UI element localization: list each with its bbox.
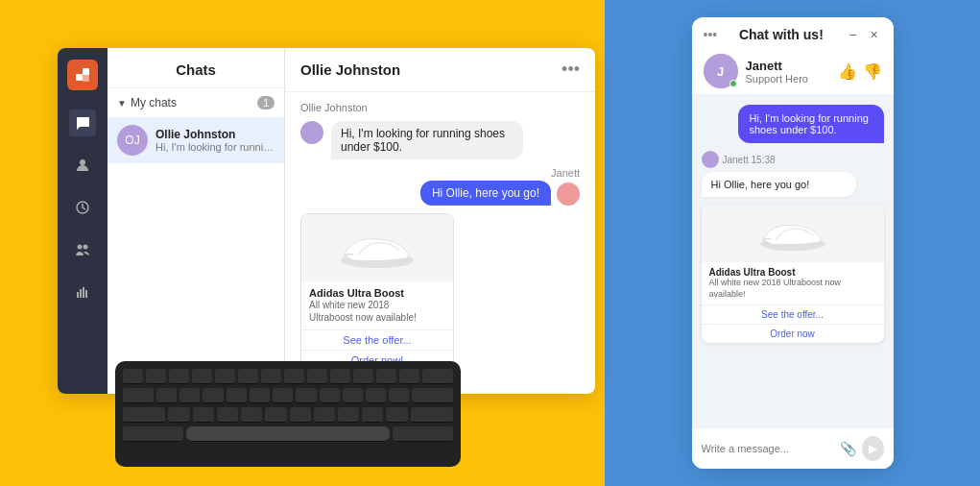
widget-product-image — [702, 205, 884, 262]
key — [376, 369, 396, 384]
widget-shoe-svg — [754, 209, 831, 257]
key — [411, 407, 453, 423]
widget-controls: − × — [845, 27, 881, 42]
chat-main-menu-btn[interactable]: ••• — [562, 60, 580, 80]
widget-topbar: ••• Chat with us! − × — [692, 17, 894, 48]
key — [217, 407, 238, 423]
widget-agent-role: Support Hero — [746, 73, 830, 85]
widget-messages-area: Hi, I'm looking for running shoes under … — [692, 95, 894, 427]
key — [261, 369, 281, 384]
key — [156, 388, 177, 403]
svg-point-3 — [80, 159, 85, 165]
key — [343, 388, 363, 403]
chat-messages-area: Ollie Johnston Hi, I'm looking for runni… — [285, 92, 595, 394]
sidebar-item-team[interactable] — [69, 236, 96, 263]
svg-point-5 — [78, 245, 83, 250]
key — [366, 388, 386, 403]
widget-agent-label-text: Janett 15:38 — [723, 155, 776, 165]
product-card: Adidas Ultra Boost All white new 2018Ult… — [300, 213, 454, 371]
chevron-down-icon: ▼ — [117, 98, 127, 109]
widget-send-btn[interactable]: ▶ — [862, 436, 884, 461]
key — [241, 407, 262, 423]
keyboard-row-1 — [123, 369, 453, 384]
keyboard-row-3 — [123, 407, 453, 423]
my-chats-label: My chats — [131, 96, 253, 109]
key — [338, 407, 359, 423]
key — [123, 388, 154, 403]
key — [123, 369, 143, 384]
widget-agent-info: Janett Support Hero — [746, 59, 830, 85]
key — [412, 388, 452, 403]
outgoing-message: Hi Ollie, here you go! — [420, 181, 580, 206]
widget-menu-dots[interactable]: ••• — [704, 27, 718, 42]
widget-agent-name: Janett — [746, 59, 830, 73]
widget-product-desc: All white new 2018 Ultraboost now availa… — [709, 278, 876, 300]
widget-order-now-link[interactable]: Order now — [702, 324, 884, 343]
widget-message-input[interactable] — [702, 443, 834, 454]
svg-rect-1 — [83, 68, 89, 75]
outgoing-bubble: Hi Ollie, here you go! — [420, 181, 551, 206]
incoming-message: Hi, I'm looking for running shoes under … — [300, 121, 580, 159]
widget-input-bar: 📎 ▶ — [692, 427, 894, 469]
product-info: Adidas Ultra Boost All white new 2018Ult… — [301, 281, 453, 329]
key — [353, 369, 373, 384]
key — [296, 388, 316, 403]
widget-agent-avatar: J — [704, 54, 738, 88]
key — [168, 407, 189, 423]
sidebar-item-history[interactable] — [69, 194, 96, 221]
chat-item-name: Ollie Johnston — [155, 128, 275, 141]
key — [192, 369, 212, 384]
sidebar-item-reports[interactable] — [69, 279, 96, 305]
svg-rect-0 — [76, 74, 83, 81]
widget-attach-btn[interactable]: 📎 — [840, 441, 856, 456]
key — [320, 388, 340, 403]
key — [193, 407, 214, 423]
key — [123, 426, 183, 442]
widget-agent-timestamp: Janett 15:38 — [702, 151, 884, 168]
shoe-image-svg — [334, 222, 420, 275]
chat-avatar: OJ — [117, 125, 148, 156]
left-section: Chats ▼ My chats 1 OJ Ollie Johnston Hi,… — [0, 0, 605, 486]
widget-feedback-buttons: 👍 👎 — [838, 62, 882, 81]
key — [203, 388, 223, 403]
key — [393, 426, 453, 442]
outgoing-agent-label: Janett — [551, 167, 580, 179]
right-section: ••• Chat with us! − × J Janett Support H… — [605, 0, 980, 486]
sidebar-item-contacts[interactable] — [69, 152, 96, 179]
see-offer-link[interactable]: See the offer... — [301, 329, 453, 350]
chat-main: Ollie Johnston ••• Ollie Johnston Hi, I'… — [285, 48, 595, 394]
key — [265, 407, 286, 423]
incoming-msg-sender: Ollie Johnston — [300, 102, 580, 113]
key — [330, 369, 350, 384]
widget-see-offer-link[interactable]: See the offer... — [702, 304, 884, 324]
widget-product-card: Adidas Ultra Boost All white new 2018 Ul… — [702, 205, 884, 343]
svg-rect-10 — [85, 290, 87, 298]
widget-close-btn[interactable]: × — [866, 27, 881, 42]
chat-main-header: Ollie Johnston ••• — [285, 48, 595, 92]
key — [273, 388, 293, 403]
chat-list-item[interactable]: OJ Ollie Johnston Hi, I'm looking for ru… — [108, 117, 284, 163]
chats-panel: Chats ▼ My chats 1 OJ Ollie Johnston Hi,… — [108, 48, 285, 394]
key — [422, 369, 453, 384]
chat-item-preview: Hi, I'm looking for running shoes... — [155, 141, 275, 153]
keyboard-row-2 — [123, 388, 453, 403]
thumbs-down-btn[interactable]: 👎 — [863, 62, 882, 81]
sidebar-item-chats[interactable] — [69, 109, 96, 136]
incoming-avatar — [300, 121, 323, 144]
product-desc: All white new 2018Ultraboost now availab… — [309, 299, 445, 324]
chat-info: Ollie Johnston Hi, I'm looking for runni… — [155, 128, 275, 153]
key — [314, 407, 335, 423]
sidebar — [58, 48, 108, 394]
widget-minimize-btn[interactable]: − — [845, 27, 860, 42]
key — [362, 407, 383, 423]
key — [250, 388, 270, 403]
product-image — [301, 214, 453, 281]
key — [179, 388, 200, 403]
spacebar-key — [186, 426, 389, 442]
key — [399, 369, 419, 384]
chats-panel-header: Chats — [108, 48, 284, 88]
keyboard-row-4 — [123, 426, 453, 442]
my-chats-row: ▼ My chats 1 — [108, 88, 284, 117]
keyboard — [115, 361, 461, 467]
thumbs-up-btn[interactable]: 👍 — [838, 62, 857, 81]
